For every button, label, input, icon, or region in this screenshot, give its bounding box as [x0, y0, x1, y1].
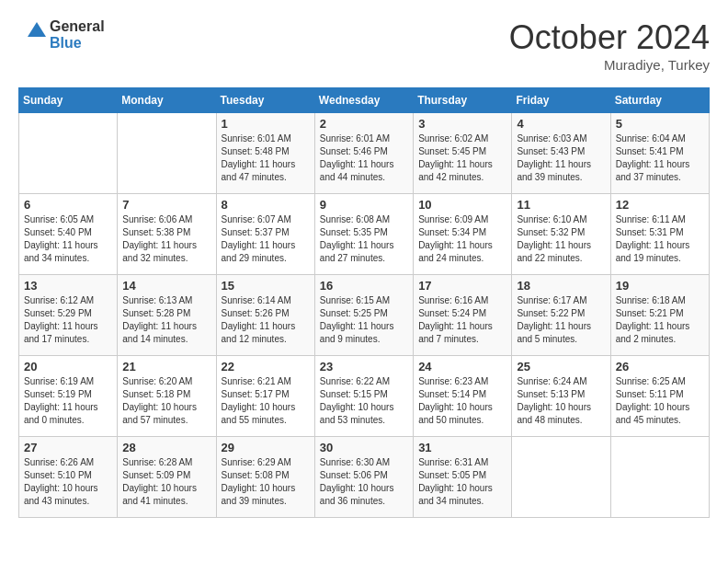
calendar-week-row: 27Sunrise: 6:26 AM Sunset: 5:10 PM Dayli… [19, 437, 710, 518]
day-number: 2 [320, 117, 408, 131]
calendar-cell: 7Sunrise: 6:06 AM Sunset: 5:38 PM Daylig… [118, 194, 216, 275]
day-number: 5 [616, 117, 704, 131]
day-info: Sunrise: 6:03 AM Sunset: 5:43 PM Dayligh… [517, 132, 605, 184]
calendar-cell: 23Sunrise: 6:22 AM Sunset: 5:15 PM Dayli… [314, 356, 413, 437]
title-block: October 2024 Muradiye, Turkey [509, 18, 710, 73]
calendar-cell [19, 113, 118, 194]
day-info: Sunrise: 6:04 AM Sunset: 5:41 PM Dayligh… [616, 132, 704, 184]
day-info: Sunrise: 6:28 AM Sunset: 5:09 PM Dayligh… [122, 456, 210, 508]
column-header-saturday: Saturday [610, 88, 709, 113]
day-number: 14 [122, 279, 210, 293]
day-number: 17 [418, 279, 506, 293]
day-number: 18 [517, 279, 605, 293]
day-number: 28 [122, 441, 210, 454]
calendar-cell: 10Sunrise: 6:09 AM Sunset: 5:34 PM Dayli… [414, 194, 512, 275]
day-number: 1 [222, 117, 310, 131]
calendar-header-row: SundayMondayTuesdayWednesdayThursdayFrid… [19, 88, 710, 113]
calendar-cell: 29Sunrise: 6:29 AM Sunset: 5:08 PM Dayli… [216, 437, 314, 518]
day-number: 31 [418, 441, 506, 454]
calendar-cell: 5Sunrise: 6:04 AM Sunset: 5:41 PM Daylig… [610, 113, 709, 194]
day-info: Sunrise: 6:11 AM Sunset: 5:31 PM Dayligh… [616, 213, 704, 265]
day-info: Sunrise: 6:24 AM Sunset: 5:13 PM Dayligh… [517, 375, 605, 427]
day-info: Sunrise: 6:18 AM Sunset: 5:21 PM Dayligh… [616, 294, 704, 346]
svg-marker-1 [28, 22, 46, 37]
calendar-cell [512, 437, 610, 518]
column-header-wednesday: Wednesday [314, 88, 413, 113]
day-number: 8 [222, 198, 310, 212]
day-info: Sunrise: 6:07 AM Sunset: 5:37 PM Dayligh… [222, 213, 310, 265]
calendar-cell: 8Sunrise: 6:07 AM Sunset: 5:37 PM Daylig… [216, 194, 314, 275]
column-header-tuesday: Tuesday [216, 88, 314, 113]
calendar-cell: 9Sunrise: 6:08 AM Sunset: 5:35 PM Daylig… [314, 194, 413, 275]
column-header-thursday: Thursday [414, 88, 512, 113]
day-info: Sunrise: 6:22 AM Sunset: 5:15 PM Dayligh… [320, 375, 408, 427]
calendar-cell: 24Sunrise: 6:23 AM Sunset: 5:14 PM Dayli… [414, 356, 512, 437]
day-number: 19 [616, 279, 704, 293]
calendar-cell: 14Sunrise: 6:13 AM Sunset: 5:28 PM Dayli… [118, 275, 216, 356]
day-number: 6 [24, 198, 112, 212]
calendar-cell: 13Sunrise: 6:12 AM Sunset: 5:29 PM Dayli… [19, 275, 118, 356]
day-info: Sunrise: 6:16 AM Sunset: 5:24 PM Dayligh… [418, 294, 506, 346]
calendar-cell: 2Sunrise: 6:01 AM Sunset: 5:46 PM Daylig… [314, 113, 413, 194]
day-number: 20 [24, 360, 112, 373]
calendar-cell: 31Sunrise: 6:31 AM Sunset: 5:05 PM Dayli… [414, 437, 512, 518]
day-info: Sunrise: 6:02 AM Sunset: 5:45 PM Dayligh… [418, 132, 506, 184]
calendar-cell: 12Sunrise: 6:11 AM Sunset: 5:31 PM Dayli… [610, 194, 709, 275]
day-number: 16 [320, 279, 408, 293]
day-info: Sunrise: 6:21 AM Sunset: 5:17 PM Dayligh… [222, 375, 310, 427]
day-number: 4 [517, 117, 605, 131]
calendar-cell: 4Sunrise: 6:03 AM Sunset: 5:43 PM Daylig… [512, 113, 610, 194]
day-info: Sunrise: 6:17 AM Sunset: 5:22 PM Dayligh… [517, 294, 605, 346]
calendar-cell: 18Sunrise: 6:17 AM Sunset: 5:22 PM Dayli… [512, 275, 610, 356]
calendar-week-row: 13Sunrise: 6:12 AM Sunset: 5:29 PM Dayli… [19, 275, 710, 356]
day-number: 11 [517, 198, 605, 212]
day-info: Sunrise: 6:13 AM Sunset: 5:28 PM Dayligh… [122, 294, 210, 346]
day-info: Sunrise: 6:15 AM Sunset: 5:25 PM Dayligh… [320, 294, 408, 346]
day-info: Sunrise: 6:09 AM Sunset: 5:34 PM Dayligh… [418, 213, 506, 265]
day-info: Sunrise: 6:30 AM Sunset: 5:06 PM Dayligh… [320, 456, 408, 508]
day-info: Sunrise: 6:12 AM Sunset: 5:29 PM Dayligh… [24, 294, 112, 346]
day-info: Sunrise: 6:31 AM Sunset: 5:05 PM Dayligh… [418, 456, 506, 508]
calendar-cell: 15Sunrise: 6:14 AM Sunset: 5:26 PM Dayli… [216, 275, 314, 356]
calendar-cell: 3Sunrise: 6:02 AM Sunset: 5:45 PM Daylig… [414, 113, 512, 194]
calendar-cell [118, 113, 216, 194]
month-title: October 2024 [509, 18, 710, 57]
day-number: 25 [517, 360, 605, 373]
calendar-cell: 20Sunrise: 6:19 AM Sunset: 5:19 PM Dayli… [19, 356, 118, 437]
day-number: 22 [222, 360, 310, 373]
logo: General Blue [18, 18, 105, 51]
day-info: Sunrise: 6:20 AM Sunset: 5:18 PM Dayligh… [122, 375, 210, 427]
day-info: Sunrise: 6:01 AM Sunset: 5:46 PM Dayligh… [320, 132, 408, 184]
day-info: Sunrise: 6:19 AM Sunset: 5:19 PM Dayligh… [24, 375, 112, 427]
day-info: Sunrise: 6:08 AM Sunset: 5:35 PM Dayligh… [320, 213, 408, 265]
day-number: 9 [320, 198, 408, 212]
day-info: Sunrise: 6:06 AM Sunset: 5:38 PM Dayligh… [122, 213, 210, 265]
calendar-cell: 11Sunrise: 6:10 AM Sunset: 5:32 PM Dayli… [512, 194, 610, 275]
column-header-sunday: Sunday [19, 88, 118, 113]
calendar-cell: 27Sunrise: 6:26 AM Sunset: 5:10 PM Dayli… [19, 437, 118, 518]
day-info: Sunrise: 6:26 AM Sunset: 5:10 PM Dayligh… [24, 456, 112, 508]
day-number: 13 [24, 279, 112, 293]
calendar-cell: 6Sunrise: 6:05 AM Sunset: 5:40 PM Daylig… [19, 194, 118, 275]
day-info: Sunrise: 6:01 AM Sunset: 5:48 PM Dayligh… [222, 132, 310, 184]
day-number: 7 [122, 198, 210, 212]
calendar-cell: 21Sunrise: 6:20 AM Sunset: 5:18 PM Dayli… [118, 356, 216, 437]
day-number: 30 [320, 441, 408, 454]
calendar-cell: 25Sunrise: 6:24 AM Sunset: 5:13 PM Dayli… [512, 356, 610, 437]
calendar-week-row: 20Sunrise: 6:19 AM Sunset: 5:19 PM Dayli… [19, 356, 710, 437]
day-info: Sunrise: 6:14 AM Sunset: 5:26 PM Dayligh… [222, 294, 310, 346]
calendar-cell: 1Sunrise: 6:01 AM Sunset: 5:48 PM Daylig… [216, 113, 314, 194]
column-header-friday: Friday [512, 88, 610, 113]
day-number: 24 [418, 360, 506, 373]
day-number: 23 [320, 360, 408, 373]
calendar-table: SundayMondayTuesdayWednesdayThursdayFrid… [18, 87, 710, 518]
day-number: 29 [222, 441, 310, 454]
calendar-cell: 22Sunrise: 6:21 AM Sunset: 5:17 PM Dayli… [216, 356, 314, 437]
day-info: Sunrise: 6:05 AM Sunset: 5:40 PM Dayligh… [24, 213, 112, 265]
calendar-cell: 19Sunrise: 6:18 AM Sunset: 5:21 PM Dayli… [610, 275, 709, 356]
calendar-cell: 26Sunrise: 6:25 AM Sunset: 5:11 PM Dayli… [610, 356, 709, 437]
day-number: 15 [222, 279, 310, 293]
day-info: Sunrise: 6:23 AM Sunset: 5:14 PM Dayligh… [418, 375, 506, 427]
logo-svg [18, 20, 48, 50]
page-header: General Blue October 2024 Muradiye, Turk… [18, 18, 710, 73]
